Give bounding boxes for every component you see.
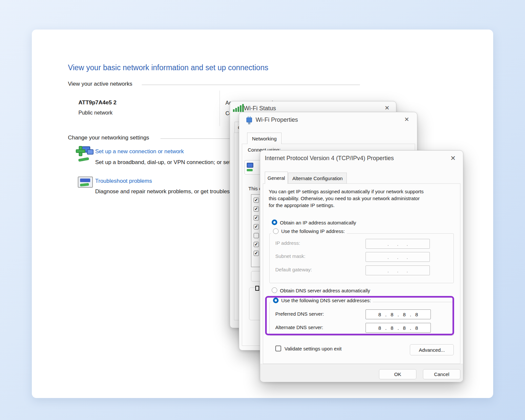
settings-section-label: Change your networking settings: [68, 135, 149, 141]
network-type: Public network: [78, 110, 113, 116]
active-networks-section-label: View your active networks: [68, 81, 132, 87]
validate-settings-label[interactable]: Validate settings upon exit: [284, 346, 342, 351]
section-divider: [142, 85, 360, 85]
troubleshoot-icon: [78, 177, 93, 188]
network-adapter-icon: [246, 116, 253, 125]
protocol-checkbox[interactable]: ✓: [254, 215, 259, 220]
obtain-dns-label[interactable]: Obtain DNS server address automatically: [280, 288, 370, 293]
subnet-mask-label: Subnet mask:: [275, 253, 305, 259]
ip-address-field: . . .: [366, 239, 430, 249]
ipv4-properties-dialog: Internet Protocol Version 4 (TCP/IPv4) P…: [260, 150, 463, 382]
column-divider: [220, 91, 220, 126]
protocol-checkbox[interactable]: ✓: [254, 242, 259, 247]
default-gateway-label: Default gateway:: [275, 267, 312, 272]
new-connection-icon: [76, 145, 94, 161]
subnet-mask-field: . . .: [366, 252, 430, 262]
tab-alternate-configuration[interactable]: Alternate Configuration: [288, 173, 347, 184]
troubleshoot-link[interactable]: Troubleshoot problems: [95, 178, 152, 184]
description-icon-sliver: [255, 286, 259, 291]
cancel-button[interactable]: Cancel: [423, 369, 460, 379]
page-title: View your basic network information and …: [68, 63, 268, 72]
tab-networking[interactable]: Networking: [247, 133, 282, 144]
intro-line: this capability. Otherwise, you need to …: [269, 196, 420, 201]
close-icon[interactable]: ✕: [450, 154, 456, 162]
default-gateway-field: . . .: [366, 265, 430, 275]
ip-address-label: IP address:: [275, 240, 300, 246]
advanced-button[interactable]: Advanced...: [410, 344, 454, 355]
intro-line: You can get IP settings assigned automat…: [269, 189, 424, 194]
dns-highlight-box: [265, 296, 454, 335]
protocol-checkbox[interactable]: ✓: [254, 224, 259, 229]
protocol-checkbox[interactable]: ✓: [254, 198, 259, 203]
use-ip-legend: Use the following IP address:: [271, 228, 347, 234]
wifi-status-title: Wi-Fi Status: [244, 105, 276, 112]
tab-general[interactable]: General: [265, 172, 288, 184]
wifi-properties-title: Wi-Fi Properties: [256, 116, 298, 123]
wifi-status-icon: [233, 104, 244, 112]
close-icon[interactable]: ✕: [404, 116, 409, 123]
ok-button[interactable]: OK: [379, 369, 416, 379]
validate-settings-checkbox[interactable]: [275, 346, 281, 351]
use-ip-label[interactable]: Use the following IP address:: [281, 228, 345, 234]
ipv4-dialog-title: Internet Protocol Version 4 (TCP/IPv4) P…: [265, 155, 394, 162]
protocol-checkbox[interactable]: ✓: [254, 206, 259, 212]
setup-connection-desc: Set up a broadband, dial-up, or VPN conn…: [95, 159, 246, 166]
obtain-ip-label[interactable]: Obtain an IP address automatically: [280, 220, 356, 225]
network-name: ATT9p7A4e5 2: [78, 99, 116, 106]
protocol-checkbox[interactable]: [254, 233, 259, 238]
close-icon[interactable]: ✕: [385, 104, 389, 112]
setup-connection-link[interactable]: Set up a new connection or network: [95, 148, 184, 155]
protocol-checkbox[interactable]: ✓: [254, 251, 259, 256]
use-ip-radio[interactable]: [273, 228, 279, 234]
obtain-ip-radio[interactable]: [272, 220, 277, 225]
obtain-dns-radio[interactable]: [272, 287, 277, 293]
intro-line: for the appropriate IP settings.: [269, 202, 335, 208]
troubleshoot-desc: Diagnose and repair network problems, or…: [95, 188, 244, 195]
